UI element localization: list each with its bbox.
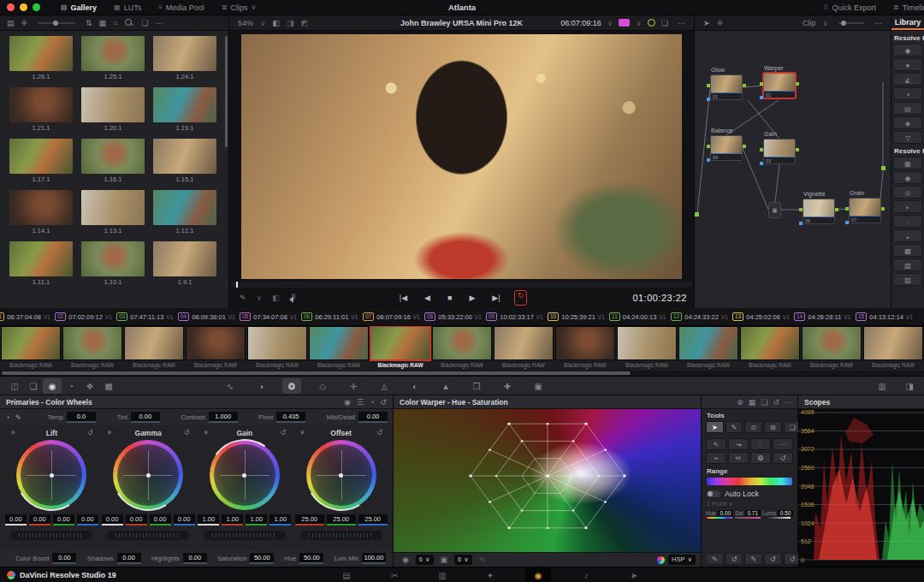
timeline-scrollbar[interactable] — [0, 371, 924, 377]
param-value[interactable]: 0.00 — [117, 553, 141, 564]
tab-library[interactable]: Library — [891, 15, 924, 30]
wheels-mode-icon[interactable]: ◉ — [344, 398, 351, 407]
chevron-down-icon[interactable]: ∨ — [819, 15, 832, 31]
timeline-clip-info[interactable]: 06 06:29:11:01 V1 — [301, 308, 363, 325]
resolve-fx-item[interactable]: ◭ — [893, 73, 922, 86]
color-space-dropdown[interactable]: HSP∨ — [668, 555, 696, 565]
timeline-clip-thumbnail[interactable]: Blackmagic RAW — [246, 326, 308, 371]
offset-b-value[interactable]: 25.00 — [358, 514, 388, 526]
node-balance[interactable]: Balance 04 — [710, 135, 743, 161]
resolve-fx-item[interactable]: ◈ — [893, 116, 922, 129]
warper-tool-button[interactable]: ⊞ — [764, 421, 782, 433]
palette-tool-button[interactable]: ▲ — [436, 378, 455, 394]
timeline-clip-thumbnail[interactable]: Blackmagic RAW — [616, 326, 678, 371]
palette-tool-button[interactable]: ❏ — [24, 378, 43, 394]
warper-tool-button[interactable]: ➢ — [706, 452, 726, 464]
warper-tool-button[interactable]: ✏ — [728, 452, 749, 464]
gallery-still[interactable]: 1.12.1 — [149, 190, 221, 238]
more-options-icon[interactable]: ⋯ — [151, 15, 166, 31]
palette-tool-button[interactable]: ◔ — [62, 378, 80, 394]
palette-tool-button[interactable]: ◇ — [313, 378, 332, 394]
source-port[interactable] — [695, 212, 699, 217]
warper-tool-button[interactable]: ↺ — [773, 452, 793, 464]
timeline-clip-info[interactable]: 03 07:47:11:13 V1 — [116, 308, 178, 325]
timeline-clip-info[interactable]: 15 04:13:12:14 V1 — [856, 308, 917, 325]
gain-r-value[interactable]: 1.00 — [222, 514, 243, 526]
auto-adjust-icon[interactable]: ✳ — [299, 429, 305, 436]
gallery-still[interactable]: 1.26.1 — [5, 36, 77, 84]
timeline-clip-info[interactable]: 05 07:34:07:08 V1 — [240, 308, 301, 325]
timeline-clip-info[interactable]: 09 10:02:33:17 V1 — [486, 308, 548, 325]
chevron-down-icon[interactable]: ∨ — [257, 15, 270, 31]
node-zoom-slider[interactable] — [838, 22, 864, 24]
resolve-fx-item[interactable]: ◉ — [893, 171, 922, 184]
palette-tool-button[interactable]: ❂ — [282, 378, 301, 394]
gain-y-value[interactable]: 1.00 — [198, 514, 219, 526]
sat-value[interactable]: 0.71 — [745, 510, 761, 516]
timeline-clip-thumbnail[interactable]: Blackmagic RAW — [308, 326, 370, 371]
palette-tool-button[interactable]: ▥ — [873, 378, 891, 394]
warper-footer-button[interactable]: ✎ — [744, 553, 762, 565]
page-fusion[interactable]: ✦ — [477, 567, 503, 582]
gallery-still[interactable]: 1.25.1 — [77, 36, 149, 84]
resolve-fx-item[interactable]: ▦ — [893, 157, 922, 169]
hue-range-bar[interactable] — [707, 478, 792, 485]
node-grain[interactable]: Grain 07 — [849, 198, 881, 223]
lift-y-value[interactable]: 0.00 — [5, 514, 27, 526]
split-view-icon[interactable]: ◨ — [283, 15, 298, 31]
warper-canvas[interactable] — [394, 409, 701, 552]
gamma-b-value[interactable]: 0.00 — [174, 514, 195, 526]
hue-divisions-dropdown[interactable]: 6∨ — [416, 555, 434, 565]
palette-tool-button[interactable]: ◫ — [5, 378, 24, 394]
gamma-color-wheel[interactable] — [113, 440, 183, 510]
palette-tool-button[interactable]: ❖ — [80, 378, 99, 394]
flag-icon[interactable] — [619, 19, 630, 27]
media-pool-toggle-button[interactable]: ≡ Media Pool — [150, 0, 213, 15]
gallery-still[interactable]: 1.21.1 — [5, 87, 77, 135]
offset-r-value[interactable]: 25.00 — [295, 514, 324, 526]
palette-tool-button[interactable]: ▩ — [99, 378, 118, 394]
gallery-still[interactable]: 1.17.1 — [5, 139, 77, 187]
timeline-clip-info[interactable]: 10 10:25:39:21 V1 — [548, 308, 609, 325]
timeline-clip-info[interactable]: 11 04:24:00:13 V1 — [609, 308, 671, 325]
bars-mode-icon[interactable]: ☰ — [357, 398, 364, 407]
node-glow[interactable]: Glow 01 — [710, 74, 743, 100]
timeline-clip-thumbnail[interactable]: Blackmagic RAW — [185, 326, 246, 371]
zoom-window-button[interactable] — [33, 3, 40, 11]
gallery-still[interactable]: 1.20.1 — [77, 87, 149, 135]
color-sample-icon[interactable] — [648, 19, 655, 27]
lift-g-value[interactable]: 0.00 — [53, 514, 74, 526]
param-value[interactable]: 0.00 — [358, 412, 388, 423]
param-value[interactable]: 0.00 — [131, 412, 160, 423]
timeline-clip-thumbnail[interactable]: Blackmagic RAW — [62, 326, 123, 371]
expand-icon[interactable]: ❏ — [761, 398, 767, 407]
timeline-clip-thumbnail[interactable]: Blackmagic RAW — [678, 326, 739, 371]
resolve-fx-item[interactable]: ◆ — [893, 44, 922, 56]
lift-color-wheel[interactable] — [16, 440, 86, 510]
viewer-jog-bar[interactable] — [231, 282, 692, 288]
list-view-icon[interactable]: ≡ — [110, 15, 121, 31]
timeline-clip-thumbnail[interactable]: Blackmagic RAW — [370, 326, 431, 371]
param-value[interactable]: 0.0 — [67, 412, 96, 423]
palette-tool-button[interactable]: ▣ — [529, 378, 548, 394]
gain-b-value[interactable]: 1.00 — [270, 514, 291, 526]
resolve-fx-item[interactable]: ◎ — [893, 186, 922, 199]
param-value[interactable]: 0.00 — [183, 553, 207, 564]
resolve-fx-item[interactable]: ◌ — [893, 215, 922, 228]
param-value[interactable]: 100.00 — [362, 553, 386, 564]
gallery-still[interactable]: 1.13.1 — [77, 190, 149, 238]
palette-tool-button[interactable]: ◐ — [406, 378, 424, 394]
more-options-icon[interactable]: ⋯ — [785, 398, 792, 407]
grab-still-icon[interactable]: ✚ — [18, 15, 32, 31]
gallery-still[interactable]: 1.11.1 — [5, 241, 77, 289]
next-clip-button[interactable]: ▶| — [489, 290, 503, 306]
warper-footer-button[interactable]: ↺ — [726, 553, 743, 565]
page-color[interactable]: ◉ — [525, 567, 551, 582]
wipe-mode-icon[interactable]: ◧ — [270, 15, 284, 31]
timeline-clip-thumbnail[interactable]: Blackmagic RAW — [123, 326, 185, 371]
warper-tool-button[interactable]: ❂ — [750, 452, 771, 464]
gain-g-value[interactable]: 1.00 — [246, 514, 267, 526]
gallery-still[interactable]: 1.24.1 — [149, 36, 221, 84]
more-options-icon[interactable]: ⋯ — [674, 15, 689, 31]
gallery-still[interactable]: 1.9.1 — [149, 241, 221, 289]
